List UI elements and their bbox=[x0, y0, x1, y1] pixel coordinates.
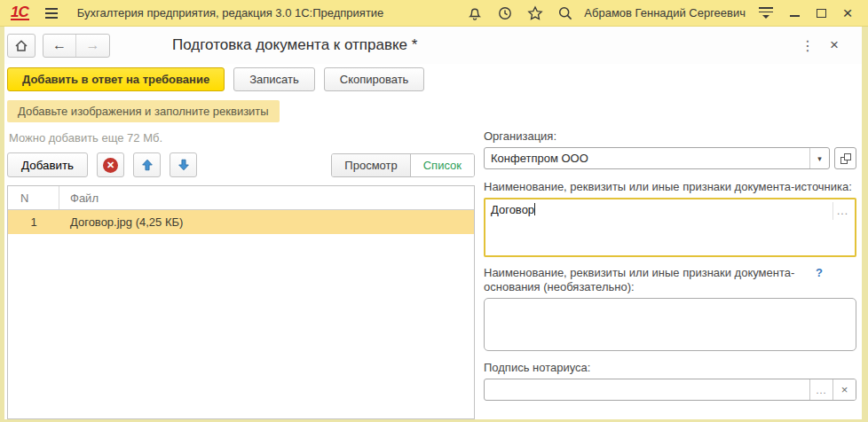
open-form-icon bbox=[840, 153, 851, 164]
attachments-toolbar: Добавить ✕ bbox=[7, 152, 475, 177]
row-file-name: Договор.jpg (4,25 КБ) bbox=[59, 210, 474, 234]
source-doc-label: Наименование, реквизиты или иные признак… bbox=[484, 180, 856, 194]
organization-label: Организация: bbox=[484, 129, 856, 144]
view-mode-tabs: Просмотр Список bbox=[331, 153, 475, 177]
main-menu-icon[interactable] bbox=[45, 8, 58, 19]
capacity-hint: Можно добавить еще 72 Мб. bbox=[7, 129, 475, 145]
notary-label: Подпись нотариуса: bbox=[484, 361, 856, 375]
app-title: Бухгалтерия предприятия, редакция 3.0 1С… bbox=[77, 6, 384, 20]
forward-button[interactable]: → bbox=[76, 35, 109, 57]
more-actions-kebab-icon[interactable]: ⋮ bbox=[794, 37, 821, 54]
form-header: ← → Подготовка документа к отправке * ⋮ … bbox=[4, 27, 862, 64]
titlebar: 1С Бухгалтерия предприятия, редакция 3.0… bbox=[0, 0, 868, 27]
organization-combobox: ▾ bbox=[484, 147, 830, 169]
1c-logo-icon: 1С bbox=[11, 5, 29, 20]
organization-input[interactable] bbox=[485, 148, 809, 168]
app-window: 1С Бухгалтерия предприятия, редакция 3.0… bbox=[0, 0, 868, 422]
delete-x-icon: ✕ bbox=[103, 158, 118, 173]
move-down-button[interactable] bbox=[170, 152, 197, 177]
help-question-icon[interactable]: ? bbox=[816, 266, 823, 279]
form-frame: ← → Подготовка документа к отправке * ⋮ … bbox=[0, 27, 868, 422]
window-close-button[interactable]: × bbox=[834, 1, 861, 26]
base-doc-label: Наименование, реквизиты или иные признак… bbox=[484, 266, 800, 294]
notary-input[interactable] bbox=[485, 379, 809, 400]
service-settings-menu-icon[interactable] bbox=[751, 1, 781, 26]
content: Можно добавить еще 72 Мб. Добавить ✕ bbox=[4, 122, 862, 419]
base-doc-textarea[interactable] bbox=[484, 298, 856, 351]
history-icon[interactable] bbox=[490, 1, 520, 26]
table-row[interactable]: 1 Договор.jpg (4,25 КБ) bbox=[8, 210, 474, 234]
save-button[interactable]: Записать bbox=[233, 67, 315, 91]
notary-field-group: ... × bbox=[484, 379, 856, 401]
add-to-requirement-response-button[interactable]: Добавить в ответ на требование bbox=[7, 67, 225, 91]
source-doc-ellipsis-button[interactable]: ... bbox=[832, 202, 852, 220]
current-user[interactable]: Абрамов Геннадий Сергеевич bbox=[584, 6, 746, 20]
tab-preview[interactable]: Просмотр bbox=[332, 154, 410, 176]
column-header-file[interactable]: Файл bbox=[59, 186, 474, 209]
organization-row: ▾ bbox=[484, 147, 856, 169]
delete-file-button[interactable]: ✕ bbox=[97, 152, 124, 177]
move-up-button[interactable] bbox=[133, 152, 161, 177]
files-table-header: N Файл bbox=[8, 186, 474, 210]
attachments-panel: Можно добавить еще 72 Мб. Добавить ✕ bbox=[7, 129, 475, 419]
files-table: N Файл 1 Договор.jpg (4,25 КБ) bbox=[7, 185, 475, 419]
add-file-button[interactable]: Добавить bbox=[7, 152, 88, 177]
favorites-star-icon[interactable] bbox=[520, 1, 550, 26]
organization-dropdown-caret-icon[interactable]: ▾ bbox=[809, 148, 829, 168]
notifications-bell-icon[interactable] bbox=[460, 1, 490, 26]
source-doc-value: Договор bbox=[491, 203, 534, 216]
notary-clear-button[interactable]: × bbox=[832, 379, 856, 400]
details-panel: Организация: ▾ Наименование, реквизиты и… bbox=[484, 129, 858, 419]
page-title: Подготовка документа к отправке * bbox=[172, 36, 417, 54]
window-minimize-button[interactable] bbox=[781, 1, 808, 26]
back-button[interactable]: ← bbox=[43, 35, 76, 57]
base-doc-label-row: Наименование, реквизиты или иные признак… bbox=[484, 266, 856, 294]
form-close-icon[interactable]: × bbox=[821, 36, 848, 54]
navigation-buttons: ← → bbox=[43, 34, 110, 58]
text-cursor bbox=[534, 203, 535, 215]
arrow-up-icon bbox=[140, 158, 154, 172]
tab-list[interactable]: Список bbox=[411, 154, 474, 176]
search-icon[interactable] bbox=[550, 1, 580, 26]
command-bar: Добавить в ответ на требование Записать … bbox=[4, 64, 862, 95]
source-doc-textarea[interactable]: Договор ... bbox=[484, 198, 856, 257]
window-maximize-button[interactable] bbox=[808, 1, 834, 26]
info-banner: Добавьте изображения и заполните реквизи… bbox=[7, 100, 280, 122]
organization-open-button[interactable] bbox=[834, 147, 856, 169]
row-number: 1 bbox=[8, 210, 59, 234]
arrow-down-icon bbox=[177, 158, 191, 172]
notary-ellipsis-button[interactable]: ... bbox=[809, 379, 832, 400]
home-button[interactable] bbox=[7, 34, 36, 58]
copy-button[interactable]: Скопировать bbox=[324, 67, 425, 91]
column-header-n[interactable]: N bbox=[8, 186, 59, 209]
table-empty-area[interactable] bbox=[8, 234, 474, 418]
